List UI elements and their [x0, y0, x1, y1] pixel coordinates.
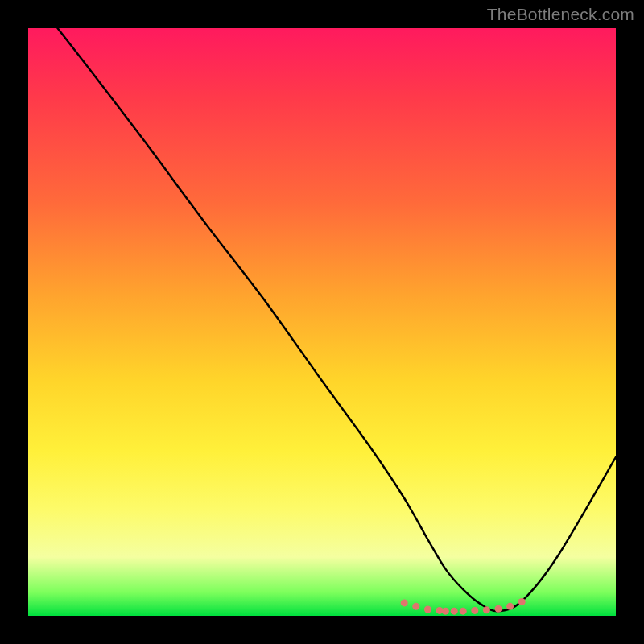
- chart-svg: [28, 28, 616, 616]
- marker-dot: [451, 608, 458, 615]
- chart-frame: TheBottleneck.com: [0, 0, 644, 644]
- marker-dots: [401, 598, 526, 615]
- marker-dot: [424, 605, 431, 613]
- marker-dot: [442, 608, 449, 615]
- marker-dot: [506, 603, 514, 610]
- marker-dot: [471, 607, 478, 614]
- marker-dot: [412, 603, 419, 610]
- watermark-text: TheBottleneck.com: [487, 5, 634, 24]
- marker-dot: [460, 608, 467, 615]
- bottleneck-curve: [58, 28, 617, 611]
- marker-dot: [483, 606, 490, 613]
- marker-dot: [495, 605, 502, 613]
- marker-dot: [401, 599, 408, 606]
- marker-dot: [518, 598, 526, 605]
- plot-area: [28, 28, 616, 616]
- curve-line: [58, 28, 617, 611]
